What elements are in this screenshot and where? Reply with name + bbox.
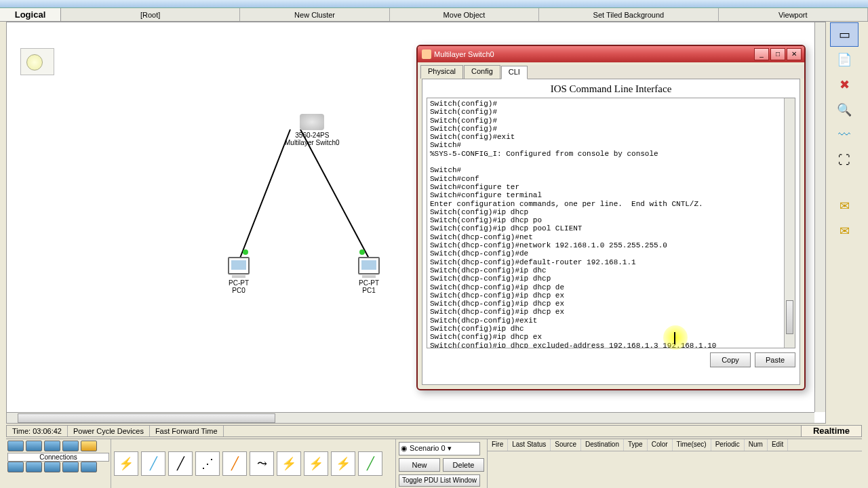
device-category-picker: Connections (6, 439, 111, 488)
pdu-col-header[interactable]: Num (745, 439, 768, 451)
pdu-col-header[interactable]: Edit (768, 439, 788, 451)
workspace-vscroll[interactable] (814, 22, 825, 412)
switch-icon (300, 114, 324, 130)
tool-inspect[interactable]: 🔍 (830, 98, 859, 122)
btn-power-cycle[interactable]: Power Cycle Devices (68, 426, 150, 436)
dialog-titlebar[interactable]: Multilayer Switch0 _ □ ✕ (418, 46, 804, 62)
category-end-devices[interactable] (7, 462, 24, 472)
device-pc0[interactable]: PC-PT PC0 (228, 257, 250, 294)
tool-delete[interactable]: ✖ (830, 73, 859, 97)
dialog-tabs: Physical Config CLI (418, 65, 804, 79)
device-name-label: Multilayer Switch0 (285, 139, 340, 146)
cli-vscroll[interactable] (784, 98, 795, 348)
conn-phone[interactable]: ⤳ (250, 451, 274, 476)
conn-fiber[interactable]: ╱ (222, 451, 247, 476)
pdu-col-header[interactable]: Periodic (711, 439, 745, 451)
pdu-col-header[interactable]: Color (648, 439, 673, 451)
scenario-select[interactable]: ◉ Scenario 0 ▾ (399, 442, 480, 455)
tab-realtime[interactable]: Realtime (801, 425, 862, 437)
conn-serial-dce[interactable]: ⚡ (304, 451, 328, 476)
pdu-col-header[interactable]: Type (624, 439, 648, 451)
device-type-label: PC-PT (358, 279, 380, 287)
tool-place-note[interactable]: 📄 (830, 47, 859, 72)
tool-resize[interactable]: ⛶ (830, 148, 859, 172)
toggle-pdu-button[interactable]: Toggle PDU List Window (399, 474, 480, 487)
pdu-col-header[interactable]: Source (551, 439, 581, 451)
conn-octal[interactable]: ╱ (358, 451, 382, 476)
category-switches[interactable] (26, 441, 42, 451)
link-status-dot (359, 249, 365, 255)
new-scenario-button[interactable]: New (399, 458, 440, 472)
category-label: Connections (7, 453, 109, 462)
minimize-button[interactable]: _ (754, 48, 769, 60)
pdu-list-table: FireLast StatusSourceDestinationTypeColo… (488, 439, 862, 488)
tool-simple-pdu[interactable]: ✉ (830, 194, 859, 218)
cli-terminal[interactable]: Switch(config)# Switch(config)# Switch(c… (427, 98, 795, 348)
right-toolbar: ▭ 📄 ✖ 🔍 〰 ⛶ ✉ ✉ (827, 22, 862, 424)
pc-icon (358, 257, 380, 274)
status-bar: Time: 03:06:42 Power Cycle Devices Fast … (6, 425, 826, 437)
device-pc1[interactable]: PC-PT PC1 (358, 257, 380, 294)
bottom-panel: Connections ⚡ ╱ ╱ ⋰ ╱ ⤳ ⚡ ⚡ ⚡ ╱ ◉ Scenar… (6, 439, 862, 488)
pdu-col-header[interactable]: Destination (581, 439, 624, 451)
copy-button[interactable]: Copy (710, 352, 751, 367)
conn-auto[interactable]: ⚡ (114, 451, 138, 476)
link-status-dot (243, 249, 248, 255)
category-wireless[interactable] (62, 441, 79, 451)
paste-button[interactable]: Paste (755, 352, 795, 367)
workspace-hscroll[interactable] (7, 412, 814, 423)
category-routers[interactable] (7, 441, 24, 451)
device-type-label: PC-PT (228, 279, 250, 287)
dialog-title: Multilayer Switch0 (434, 50, 494, 58)
category-hubs[interactable] (44, 441, 60, 451)
pdu-col-header[interactable]: Time(sec) (673, 439, 711, 451)
category-custom[interactable] (44, 462, 60, 472)
app-toolbar (0, 0, 868, 8)
tab-config[interactable]: Config (464, 65, 500, 79)
close-button[interactable]: ✕ (787, 48, 802, 60)
conn-crossover[interactable]: ⋰ (195, 451, 220, 476)
device-name-label: PC0 (228, 287, 250, 294)
category-multiuser[interactable] (62, 462, 79, 472)
delete-scenario-button[interactable]: Delete (443, 458, 484, 472)
btn-move-object[interactable]: Move Object (390, 8, 539, 21)
conn-serial-dte[interactable]: ⚡ (331, 451, 355, 476)
navigate-back-icon (26, 54, 43, 70)
tab-root[interactable]: [Root] (61, 8, 240, 21)
device-model-label: 3560-24PS (285, 131, 340, 139)
btn-viewport[interactable]: Viewport (719, 8, 868, 21)
tool-select[interactable]: ▭ (830, 22, 859, 47)
pdu-col-header[interactable]: Fire (488, 439, 508, 451)
workspace-tabs: Logical [Root] New Cluster Move Object S… (0, 8, 868, 22)
svg-line-0 (239, 129, 290, 260)
cli-heading: IOS Command Line Interface (427, 83, 795, 95)
conn-straight[interactable]: ╱ (168, 451, 193, 476)
conn-coax[interactable]: ⚡ (277, 451, 301, 476)
svg-line-1 (300, 129, 370, 260)
btn-new-cluster[interactable]: New Cluster (240, 8, 389, 21)
maximize-button[interactable]: □ (770, 48, 785, 60)
pc-icon (228, 257, 250, 274)
connection-tools: ⚡ ╱ ╱ ⋰ ╱ ⤳ ⚡ ⚡ ⚡ ╱ (111, 439, 396, 488)
tool-complex-pdu[interactable]: ✉ (830, 219, 859, 243)
category-misc[interactable] (81, 462, 97, 472)
tab-logical[interactable]: Logical (0, 8, 61, 21)
device-name-label: PC1 (358, 287, 380, 294)
category-connections[interactable] (81, 441, 97, 451)
text-cursor-icon (674, 332, 675, 344)
btn-fast-forward[interactable]: Fast Forward Time (150, 426, 224, 436)
tab-cli[interactable]: CLI (501, 66, 528, 79)
tool-draw[interactable]: 〰 (830, 123, 859, 147)
btn-set-tiled-bg[interactable]: Set Tiled Background (539, 8, 718, 21)
status-time: Time: 03:06:42 (7, 426, 68, 436)
conn-console[interactable]: ╱ (141, 451, 165, 476)
nav-cluster[interactable] (20, 48, 54, 75)
pdu-col-header[interactable]: Last Status (508, 439, 551, 451)
scenario-panel: ◉ Scenario 0 ▾ New Delete Toggle PDU Lis… (396, 439, 488, 488)
category-wan[interactable] (26, 462, 42, 472)
device-dialog: Multilayer Switch0 _ □ ✕ Physical Config… (416, 45, 806, 390)
dialog-icon (422, 49, 431, 59)
tab-physical[interactable]: Physical (420, 65, 463, 79)
device-multilayer-switch[interactable]: 3560-24PS Multilayer Switch0 (285, 114, 340, 146)
